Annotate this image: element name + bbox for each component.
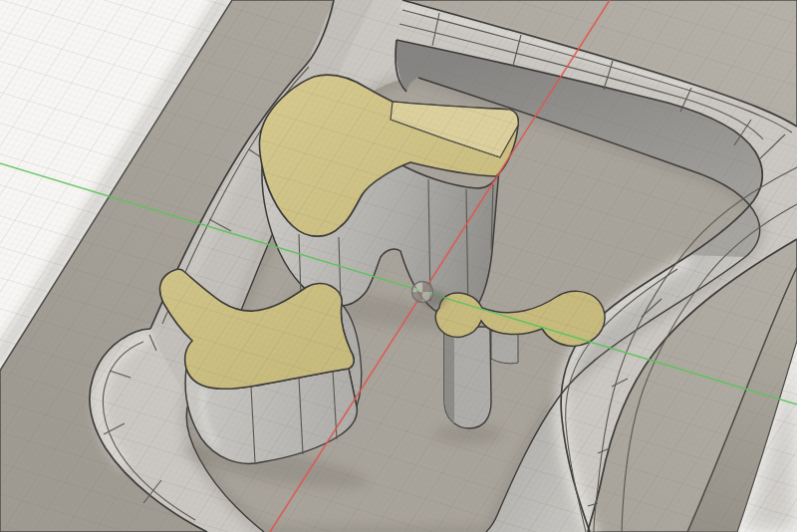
viewport-canvas[interactable] [0,0,797,532]
cad-viewport[interactable] [0,0,797,532]
ground-grid [0,0,797,532]
